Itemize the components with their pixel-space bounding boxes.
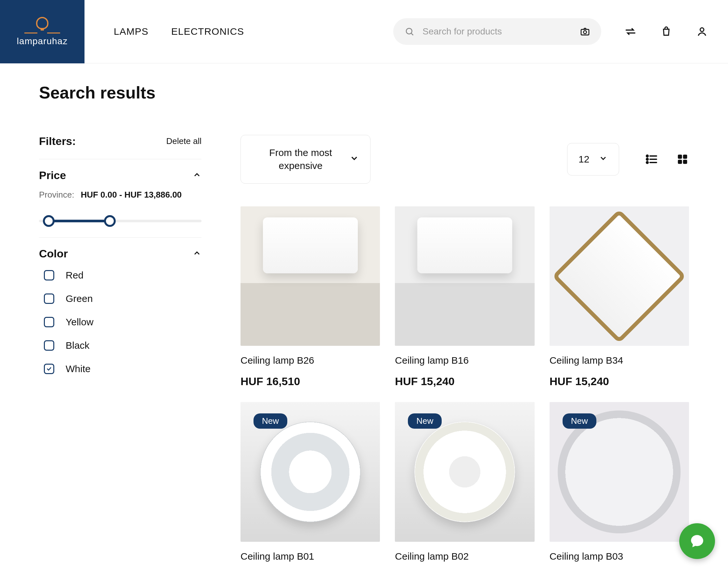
cart-icon[interactable]	[660, 25, 673, 38]
product-name: Ceiling lamp B03	[550, 551, 689, 562]
product-card[interactable]: Ceiling lamp B16 HUF 15,240	[395, 206, 534, 388]
site-header: lamparuhaz LAMPS ELECTRONICS	[0, 0, 728, 63]
svg-rect-2	[581, 29, 589, 35]
svg-point-0	[406, 28, 412, 34]
slider-handle-max[interactable]	[104, 215, 116, 227]
page-title: Search results	[39, 83, 689, 102]
slider-fill	[45, 220, 110, 222]
product-grid: Ceiling lamp B26 HUF 16,510 Ceiling lamp…	[240, 206, 689, 562]
sort-select[interactable]: From the most expensive	[240, 135, 370, 184]
color-label: Yellow	[66, 316, 94, 328]
clear-filters-button[interactable]: Delete all	[166, 136, 202, 146]
product-price: HUF 15,240	[550, 375, 689, 388]
checkbox-icon	[44, 270, 54, 281]
chevron-down-icon	[599, 154, 608, 165]
product-card[interactable]: New Ceiling lamp B02	[395, 402, 534, 562]
svg-point-5	[646, 155, 648, 157]
chevron-down-icon	[349, 153, 359, 165]
new-badge: New	[408, 413, 442, 429]
color-option-red[interactable]: Red	[44, 270, 202, 281]
new-badge: New	[563, 413, 596, 429]
filter-price-toggle[interactable]: Price	[39, 169, 202, 182]
product-image: New	[550, 402, 689, 542]
svg-line-1	[412, 33, 414, 35]
filter-color-toggle[interactable]: Color	[39, 247, 202, 260]
product-image	[395, 206, 534, 346]
search-icon	[403, 25, 416, 38]
checkbox-icon	[44, 340, 54, 351]
product-card[interactable]: Ceiling lamp B34 HUF 15,240	[550, 206, 689, 388]
brand-name: lamparuhaz	[17, 36, 68, 47]
user-icon[interactable]	[696, 25, 709, 38]
bulb-icon	[36, 17, 49, 29]
checkbox-icon	[44, 293, 54, 304]
sort-label: From the most expensive	[252, 146, 349, 172]
product-name: Ceiling lamp B02	[395, 551, 534, 562]
svg-rect-14	[683, 160, 687, 164]
primary-nav: LAMPS ELECTRONICS	[114, 26, 244, 37]
product-name: Ceiling lamp B01	[240, 551, 380, 562]
product-image: New	[240, 402, 380, 542]
search-input[interactable]	[423, 26, 572, 37]
filter-color-label: Color	[39, 247, 68, 260]
header-actions	[624, 25, 709, 38]
compare-icon[interactable]	[624, 25, 637, 38]
filters-sidebar: Filters: Delete all Price Province: HUF …	[39, 135, 202, 562]
product-image	[240, 206, 380, 346]
color-option-white[interactable]: White	[44, 363, 202, 374]
filter-price-label: Price	[39, 169, 66, 182]
color-label: Green	[66, 293, 93, 304]
product-image	[550, 206, 689, 346]
product-image: New	[395, 402, 534, 542]
color-option-green[interactable]: Green	[44, 293, 202, 304]
checkbox-icon	[44, 317, 54, 327]
filters-heading: Filters:	[39, 135, 76, 148]
nav-lamps[interactable]: LAMPS	[114, 26, 149, 37]
svg-point-3	[583, 30, 586, 33]
checkbox-icon	[44, 364, 54, 374]
product-name: Ceiling lamp B16	[395, 355, 534, 366]
page-body: Search results Filters: Delete all Price…	[0, 63, 728, 562]
filter-color: Color Red Green Yellow Black White	[39, 237, 202, 384]
color-option-yellow[interactable]: Yellow	[44, 316, 202, 328]
chevron-up-icon	[193, 170, 202, 181]
product-card[interactable]: New Ceiling lamp B03	[550, 402, 689, 562]
page-size-value: 12	[579, 154, 589, 165]
svg-rect-11	[678, 155, 682, 159]
brand-logo[interactable]: lamparuhaz	[0, 0, 84, 63]
product-card[interactable]: New Ceiling lamp B01	[240, 402, 380, 562]
svg-point-9	[646, 161, 648, 163]
svg-rect-13	[678, 160, 682, 164]
svg-rect-12	[683, 155, 687, 159]
product-price: HUF 15,240	[395, 375, 534, 388]
results-toolbar: From the most expensive 12	[240, 135, 689, 184]
product-name: Ceiling lamp B34	[550, 355, 689, 366]
svg-point-7	[646, 158, 648, 160]
slider-handle-min[interactable]	[43, 215, 55, 227]
svg-point-4	[700, 28, 704, 31]
results-area: From the most expensive 12	[240, 135, 689, 562]
chevron-up-icon	[193, 248, 202, 259]
grid-view-icon[interactable]	[676, 153, 689, 166]
chat-button[interactable]	[679, 523, 715, 559]
product-name: Ceiling lamp B26	[240, 355, 380, 366]
color-label: Black	[66, 340, 89, 351]
price-province-label: Province:	[39, 190, 74, 200]
color-option-black[interactable]: Black	[44, 340, 202, 351]
color-label: Red	[66, 270, 83, 281]
color-label: White	[66, 363, 91, 374]
price-range-text: HUF 0.00 - HUF 13,886.00	[81, 190, 182, 200]
price-slider[interactable]	[39, 214, 202, 227]
filter-price: Price Province: HUF 0.00 - HUF 13,886.00	[39, 159, 202, 237]
camera-icon[interactable]	[579, 25, 591, 38]
product-price: HUF 16,510	[240, 375, 380, 388]
page-size-select[interactable]: 12	[567, 143, 619, 175]
new-badge: New	[253, 413, 287, 429]
logo-decor	[24, 32, 60, 33]
search-bar[interactable]	[393, 18, 601, 45]
list-view-icon[interactable]	[645, 153, 658, 166]
product-card[interactable]: Ceiling lamp B26 HUF 16,510	[240, 206, 380, 388]
nav-electronics[interactable]: ELECTRONICS	[171, 26, 244, 37]
